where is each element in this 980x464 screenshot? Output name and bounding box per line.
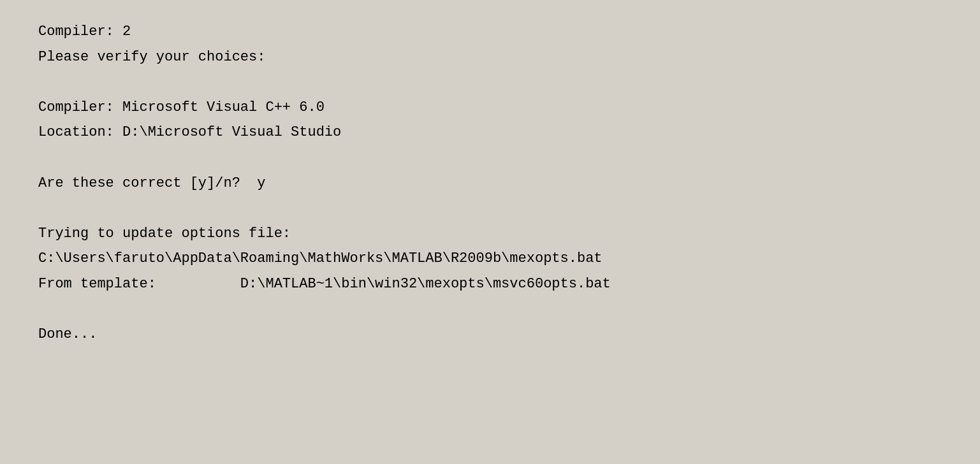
- confirm-line: Are these correct [y]/n? y: [38, 171, 942, 196]
- compiler-name-line: Compiler: Microsoft Visual C++ 6.0: [38, 95, 942, 120]
- update-options-line: Trying to update options file:: [38, 221, 942, 247]
- compiler-number-line: Compiler: 2: [38, 19, 942, 45]
- terminal-output: Compiler: 2 Please verify your choices: …: [0, 0, 980, 366]
- spacer-2: [38, 145, 942, 171]
- verify-choices-line: Please verify your choices:: [38, 45, 942, 70]
- mexopts-path-line: C:\Users\faruto\AppData\Roaming\MathWork…: [38, 246, 942, 272]
- spacer-1: [38, 69, 942, 95]
- spacer-3: [38, 196, 942, 221]
- spacer-4: [38, 297, 942, 323]
- template-path-line: From template: D:\MATLAB~1\bin\win32\mex…: [38, 272, 942, 297]
- location-line: Location: D:\Microsoft Visual Studio: [38, 120, 942, 145]
- done-line: Done...: [38, 322, 942, 347]
